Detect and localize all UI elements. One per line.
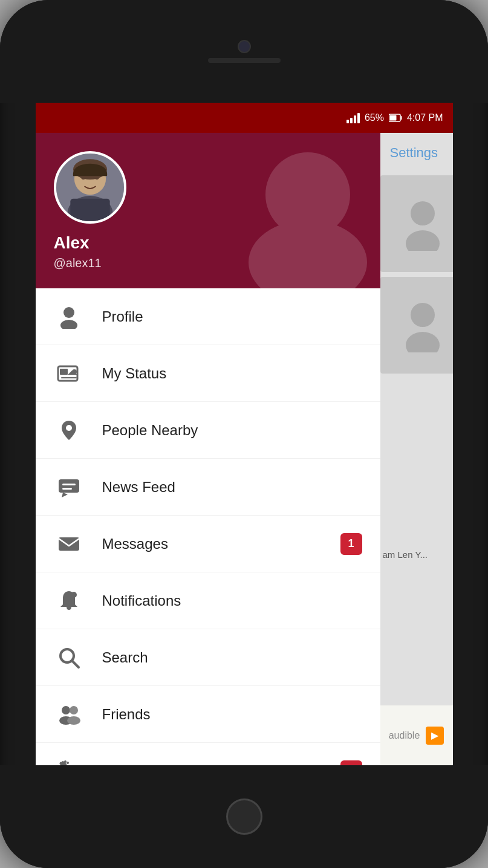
- header-section: Alex @alex11: [36, 133, 380, 288]
- svg-point-12: [63, 307, 74, 318]
- phone-bottom-bar: [0, 765, 488, 868]
- menu-item-friends[interactable]: Friends: [36, 686, 380, 743]
- status-bar: 65% 4:07 PM: [36, 103, 453, 133]
- visitors-label: Visitors: [102, 763, 340, 766]
- svg-point-28: [70, 706, 78, 714]
- menu-item-profile[interactable]: Profile: [36, 288, 380, 345]
- battery-percentage: 65%: [365, 112, 384, 123]
- svg-rect-1: [389, 115, 396, 121]
- svg-point-13: [60, 320, 77, 329]
- svg-point-18: [66, 425, 72, 431]
- signal-icon: [346, 112, 360, 123]
- right-person-icon-1: [402, 196, 444, 251]
- phone-frame: 65% 4:07 PM: [0, 0, 488, 868]
- settings-button[interactable]: Settings: [390, 145, 438, 160]
- svg-rect-20: [62, 484, 76, 485]
- friends-label: Friends: [102, 706, 362, 723]
- location-icon: [54, 415, 84, 445]
- visitors-badge: 9: [340, 760, 362, 766]
- camera: [238, 40, 251, 53]
- avatar: [54, 151, 126, 224]
- photos-icon: [54, 358, 84, 389]
- ad-banner: audible ▶: [380, 705, 453, 765]
- chat-bubble-icon: [54, 472, 84, 502]
- svg-rect-15: [60, 369, 68, 375]
- phone-top-bar: [0, 0, 488, 103]
- svg-point-23: [71, 592, 77, 598]
- svg-rect-8: [70, 199, 109, 221]
- svg-point-40: [411, 201, 435, 225]
- right-panel-text: am Len Y...: [383, 549, 428, 560]
- bell-icon: [54, 586, 84, 616]
- svg-rect-19: [59, 479, 79, 493]
- friends-icon: [54, 699, 84, 730]
- time-display: 4:07 PM: [407, 112, 443, 123]
- people-nearby-label: People Nearby: [102, 422, 362, 439]
- search-label: Search: [102, 649, 362, 666]
- home-button[interactable]: [226, 798, 262, 835]
- svg-point-32: [62, 761, 64, 763]
- menu-item-visitors[interactable]: Visitors 9: [36, 743, 380, 765]
- svg-line-25: [72, 661, 79, 667]
- svg-point-34: [67, 762, 69, 764]
- menu-item-search[interactable]: Search: [36, 629, 380, 686]
- right-person-icon-2: [402, 298, 444, 352]
- menu-item-news-feed[interactable]: News Feed: [36, 459, 380, 516]
- svg-rect-21: [62, 488, 72, 490]
- my-status-label: My Status: [102, 365, 362, 382]
- svg-point-26: [62, 706, 70, 714]
- battery-icon: [389, 114, 402, 122]
- right-card-2: [380, 277, 453, 374]
- svg-point-29: [67, 716, 80, 725]
- speaker: [208, 58, 281, 63]
- svg-point-43: [406, 332, 440, 352]
- news-feed-label: News Feed: [102, 479, 362, 496]
- menu-item-notifications[interactable]: Notifications: [36, 572, 380, 629]
- notifications-label: Notifications: [102, 592, 362, 609]
- svg-rect-16: [61, 377, 77, 378]
- person-icon: [54, 302, 84, 332]
- profile-label: Profile: [102, 308, 362, 325]
- svg-point-42: [411, 303, 435, 327]
- svg-point-41: [406, 230, 440, 251]
- right-card-1: [380, 175, 453, 272]
- messages-badge: 1: [340, 533, 362, 555]
- svg-point-33: [64, 760, 67, 763]
- svg-rect-22: [59, 537, 79, 551]
- screen: 65% 4:07 PM: [36, 103, 453, 765]
- menu-item-my-status[interactable]: My Status: [36, 345, 380, 402]
- menu-list: Profile: [36, 288, 380, 765]
- magnifier-icon: [54, 643, 84, 673]
- menu-item-messages[interactable]: Messages 1: [36, 516, 380, 572]
- envelope-icon: [54, 529, 84, 559]
- messages-label: Messages: [102, 536, 340, 552]
- svg-rect-2: [400, 116, 402, 120]
- menu-item-people-nearby[interactable]: People Nearby: [36, 402, 380, 459]
- user-handle: @alex11: [54, 256, 362, 270]
- user-name: Alex: [54, 233, 362, 253]
- footprints-icon: [54, 756, 84, 766]
